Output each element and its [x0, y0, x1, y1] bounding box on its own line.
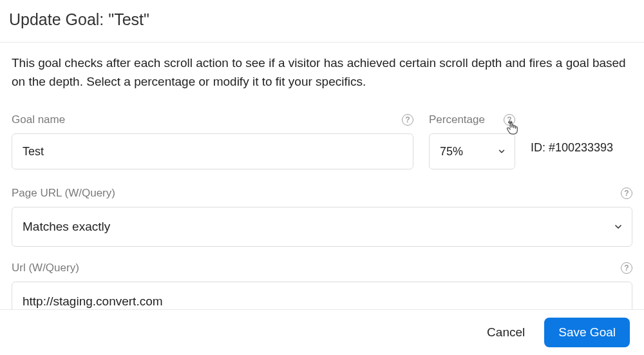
field-goal-name: Goal name: [12, 113, 413, 169]
percentage-label: Percentage: [429, 113, 485, 126]
form-content: This goal checks after each scroll actio…: [0, 43, 644, 321]
description-text: This goal checks after each scroll actio…: [12, 54, 632, 91]
goal-name-label: Goal name: [12, 113, 65, 126]
footer-actions: Cancel Save Goal: [0, 309, 644, 355]
page-url-select[interactable]: [12, 207, 632, 247]
cancel-button[interactable]: Cancel: [484, 320, 527, 345]
percentage-select[interactable]: [429, 133, 515, 169]
goal-name-input[interactable]: [12, 133, 413, 169]
page-title: Update Goal: "Test": [9, 10, 632, 29]
help-icon[interactable]: [621, 262, 632, 274]
help-icon[interactable]: [621, 187, 632, 199]
help-icon[interactable]: [402, 114, 413, 126]
help-icon[interactable]: [504, 114, 515, 126]
row-name-percentage: Goal name Percentage ID: #1002: [12, 113, 632, 169]
goal-id-text: ID: #100233393: [531, 141, 613, 154]
page-header: Update Goal: "Test": [0, 0, 644, 43]
url-label: Url (W/Query): [12, 262, 79, 274]
field-percentage: Percentage: [429, 113, 515, 169]
field-page-url: Page URL (W/Query): [12, 186, 632, 247]
field-goal-id: ID: #100233393: [531, 113, 632, 155]
save-goal-button[interactable]: Save Goal: [544, 318, 630, 347]
page-url-label: Page URL (W/Query): [12, 187, 115, 200]
